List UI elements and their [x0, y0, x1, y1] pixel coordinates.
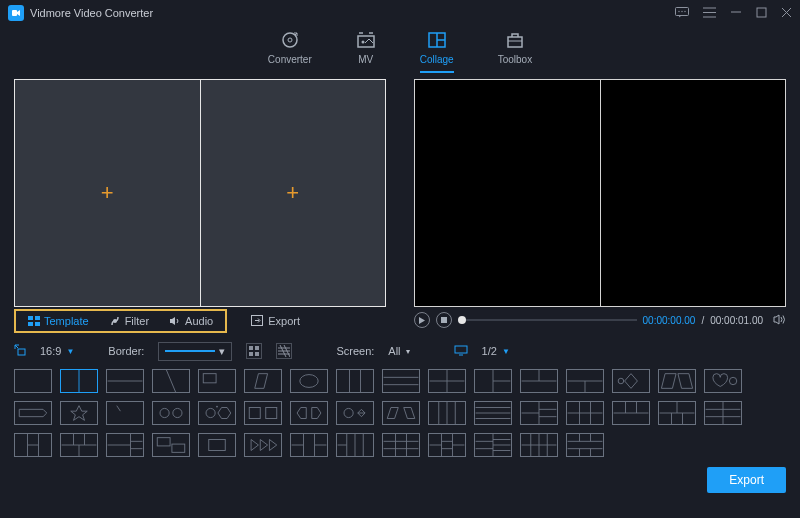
progress-knob[interactable] — [458, 316, 466, 324]
export-tab-button[interactable]: Export — [251, 315, 300, 328]
template-item[interactable] — [14, 401, 52, 425]
feedback-icon[interactable] — [675, 7, 689, 20]
svg-point-4 — [684, 10, 685, 11]
template-item[interactable] — [612, 369, 650, 393]
svg-point-63 — [206, 408, 215, 417]
template-item[interactable] — [14, 369, 52, 393]
template-item[interactable] — [106, 401, 144, 425]
tab-label: Toolbox — [498, 54, 532, 65]
template-item[interactable] — [428, 433, 466, 457]
template-item[interactable] — [336, 369, 374, 393]
progress-track[interactable] — [458, 319, 637, 321]
template-item[interactable] — [60, 433, 98, 457]
options-row: 16:9▼ Border: ▾ Screen: All▾ 1/2▼ — [0, 337, 800, 365]
subtab-template[interactable]: Template — [18, 311, 99, 331]
template-item[interactable] — [612, 401, 650, 425]
preview-panel: 00:00:00.00/00:00:01.00 — [414, 79, 786, 333]
template-item[interactable] — [428, 401, 466, 425]
svg-rect-29 — [441, 317, 447, 323]
screen-value: All — [388, 345, 400, 357]
template-item[interactable] — [198, 401, 236, 425]
template-item[interactable] — [336, 433, 374, 457]
toolbox-icon — [505, 30, 525, 50]
template-item[interactable] — [290, 401, 328, 425]
aspect-icon[interactable] — [14, 344, 26, 358]
border-pattern-button[interactable] — [276, 343, 292, 359]
tab-label: Converter — [268, 54, 312, 65]
template-item[interactable] — [704, 369, 742, 393]
subtab-highlight: Template Filter Audio — [14, 309, 227, 333]
template-item[interactable] — [152, 401, 190, 425]
template-item[interactable] — [382, 369, 420, 393]
time-current: 00:00:00.00 — [643, 315, 696, 326]
template-item[interactable] — [658, 369, 696, 393]
close-icon[interactable] — [781, 7, 792, 20]
template-item[interactable] — [198, 369, 236, 393]
template-item[interactable] — [474, 433, 512, 457]
stop-button[interactable] — [436, 312, 452, 328]
app-title: Vidmore Video Converter — [30, 7, 675, 19]
template-item[interactable] — [520, 433, 558, 457]
aspect-dropdown[interactable]: 16:9▼ — [40, 345, 74, 357]
app-logo — [8, 5, 24, 21]
template-item[interactable] — [152, 433, 190, 457]
template-item[interactable] — [14, 433, 52, 457]
template-item[interactable] — [60, 401, 98, 425]
playback-bar: 00:00:00.00/00:00:01.00 — [414, 307, 786, 333]
maximize-icon[interactable] — [756, 7, 767, 20]
play-button[interactable] — [414, 312, 430, 328]
template-item[interactable] — [428, 369, 466, 393]
template-item[interactable] — [520, 401, 558, 425]
collage-editor[interactable]: + + — [14, 79, 386, 307]
template-item[interactable] — [474, 401, 512, 425]
template-item[interactable] — [566, 369, 604, 393]
template-item[interactable] — [106, 433, 144, 457]
template-item[interactable] — [106, 369, 144, 393]
screen-dropdown[interactable]: All▾ — [388, 345, 409, 357]
subtab-filter[interactable]: Filter — [99, 311, 159, 331]
screen-icon[interactable] — [454, 345, 468, 358]
template-item[interactable] — [382, 401, 420, 425]
template-item[interactable] — [382, 433, 420, 457]
template-item[interactable] — [244, 369, 282, 393]
tab-collage[interactable]: Collage — [420, 30, 454, 73]
svg-rect-45 — [203, 374, 216, 383]
svg-rect-40 — [455, 346, 467, 353]
tab-toolbox[interactable]: Toolbox — [498, 30, 532, 73]
template-item[interactable] — [474, 369, 512, 393]
svg-point-27 — [113, 319, 117, 323]
subtab-audio[interactable]: Audio — [159, 311, 223, 331]
svg-rect-32 — [255, 346, 259, 350]
template-item[interactable] — [244, 433, 282, 457]
export-label: Export — [268, 315, 300, 327]
template-item[interactable] — [198, 433, 236, 457]
template-item[interactable] — [336, 401, 374, 425]
border-style-dropdown[interactable]: ▾ — [158, 342, 232, 361]
minimize-icon[interactable] — [730, 6, 742, 20]
template-item[interactable] — [520, 369, 558, 393]
caret-icon: ▼ — [502, 347, 510, 356]
tab-mv[interactable]: MV — [356, 30, 376, 73]
subtab-label: Filter — [125, 315, 149, 327]
border-color-button[interactable] — [246, 343, 262, 359]
audio-icon — [169, 315, 181, 327]
template-item[interactable] — [566, 433, 604, 457]
template-item[interactable] — [152, 369, 190, 393]
page-dropdown[interactable]: 1/2▼ — [482, 345, 510, 357]
template-item[interactable] — [290, 433, 328, 457]
menu-icon[interactable] — [703, 7, 716, 20]
template-item[interactable] — [244, 401, 282, 425]
template-item[interactable] — [290, 369, 328, 393]
volume-icon[interactable] — [773, 314, 786, 327]
screen-label: Screen: — [336, 345, 374, 357]
template-item[interactable] — [60, 369, 98, 393]
template-item[interactable] — [704, 401, 742, 425]
svg-rect-23 — [28, 316, 33, 320]
collage-cell-2[interactable]: + — [200, 80, 386, 306]
collage-cell-1[interactable]: + — [15, 80, 200, 306]
tab-converter[interactable]: Converter — [268, 30, 312, 73]
footer: Export — [0, 457, 800, 503]
template-item[interactable] — [658, 401, 696, 425]
export-button[interactable]: Export — [707, 467, 786, 493]
template-item[interactable] — [566, 401, 604, 425]
